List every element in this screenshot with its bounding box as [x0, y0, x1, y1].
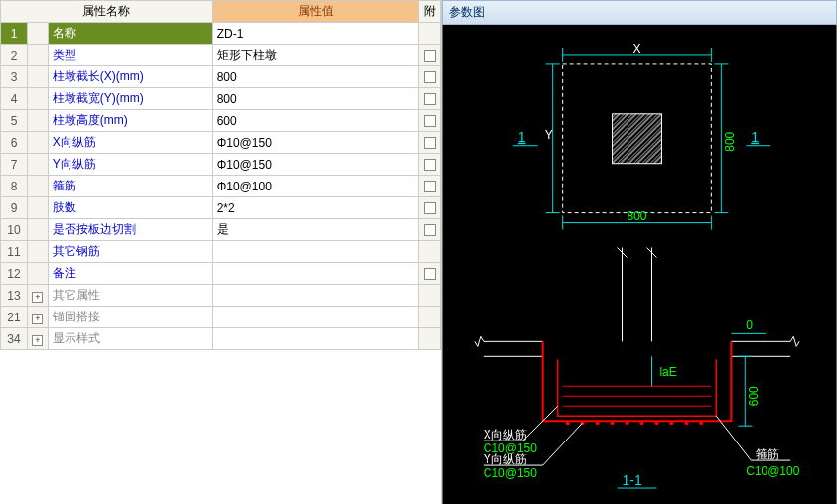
- expand-cell: [27, 66, 48, 88]
- diagram-panel: 参数图 X 800 Y 800 1: [442, 0, 837, 504]
- prop-name[interactable]: 柱墩截宽(Y)(mm): [48, 88, 212, 110]
- attach-cell[interactable]: [419, 45, 441, 66]
- attach-cell[interactable]: [419, 154, 441, 176]
- prop-value[interactable]: 800: [212, 66, 418, 88]
- prop-name[interactable]: 其它属性: [48, 285, 212, 307]
- expand-cell: [27, 219, 48, 241]
- prop-value[interactable]: [212, 241, 418, 263]
- header-name: 属性名称: [1, 1, 213, 23]
- prop-value[interactable]: 是: [212, 219, 418, 241]
- checkbox-icon[interactable]: [424, 115, 436, 127]
- row-number: 3: [1, 66, 28, 88]
- property-panel: 属性名称 属性值 附 1名称ZD-12类型矩形下柱墩3柱墩截长(X)(mm)80…: [0, 0, 442, 504]
- svg-text:1: 1: [751, 129, 759, 145]
- attach-cell[interactable]: [419, 176, 441, 197]
- table-group-row[interactable]: 34+显示样式: [1, 328, 441, 350]
- attach-cell[interactable]: [419, 219, 441, 241]
- prop-name[interactable]: X向纵筋: [48, 132, 212, 154]
- attach-cell[interactable]: [419, 197, 441, 219]
- attach-cell[interactable]: [419, 132, 441, 154]
- checkbox-icon[interactable]: [424, 50, 436, 62]
- prop-value: [212, 285, 418, 307]
- prop-name[interactable]: 显示样式: [48, 328, 212, 350]
- table-row[interactable]: 6X向纵筋Φ10@150: [1, 132, 441, 154]
- plus-icon[interactable]: +: [32, 292, 43, 303]
- prop-value[interactable]: 600: [212, 110, 418, 132]
- svg-text:1: 1: [518, 129, 526, 145]
- expand-cell: [27, 88, 48, 110]
- expand-cell: [27, 132, 48, 154]
- attach-cell[interactable]: [419, 23, 441, 45]
- checkbox-icon[interactable]: [424, 202, 436, 214]
- prop-value[interactable]: Φ10@100: [212, 176, 418, 197]
- prop-value[interactable]: ZD-1: [212, 23, 418, 45]
- table-row[interactable]: 11其它钢筋: [1, 241, 441, 263]
- prop-name[interactable]: 是否按板边切割: [48, 219, 212, 241]
- prop-name[interactable]: 肢数: [48, 197, 212, 219]
- svg-text:800: 800: [723, 131, 737, 151]
- table-group-row[interactable]: 21+锚固搭接: [1, 307, 441, 328]
- svg-point-38: [566, 421, 570, 425]
- expand-toggle[interactable]: +: [27, 328, 48, 350]
- diagram-drawing: X 800 Y 800 1 1 0: [442, 25, 837, 504]
- svg-point-45: [669, 421, 673, 425]
- attach-cell[interactable]: [419, 110, 441, 132]
- prop-name[interactable]: 柱墩截长(X)(mm): [48, 66, 212, 88]
- prop-value[interactable]: Φ10@150: [212, 132, 418, 154]
- table-row[interactable]: 9肢数2*2: [1, 197, 441, 219]
- prop-name[interactable]: 名称: [48, 23, 212, 45]
- attach-cell[interactable]: [419, 88, 441, 110]
- prop-name[interactable]: 锚固搭接: [48, 307, 212, 328]
- svg-line-62: [716, 416, 751, 460]
- checkbox-icon[interactable]: [424, 93, 436, 105]
- table-row[interactable]: 2类型矩形下柱墩: [1, 45, 441, 66]
- expand-cell: [27, 263, 48, 285]
- attach-cell[interactable]: [419, 241, 441, 263]
- svg-text:0: 0: [746, 318, 753, 332]
- attach-cell[interactable]: [419, 263, 441, 285]
- prop-value[interactable]: 矩形下柱墩: [212, 45, 418, 66]
- prop-name[interactable]: 类型: [48, 45, 212, 66]
- table-row[interactable]: 8箍筋Φ10@100: [1, 176, 441, 197]
- table-row[interactable]: 12备注: [1, 263, 441, 285]
- checkbox-icon[interactable]: [424, 159, 436, 171]
- svg-point-46: [684, 421, 688, 425]
- plus-icon[interactable]: +: [32, 314, 43, 324]
- checkbox-icon[interactable]: [424, 268, 436, 280]
- prop-name[interactable]: 其它钢筋: [48, 241, 212, 263]
- prop-name[interactable]: Y向纵筋: [48, 154, 212, 176]
- checkbox-icon[interactable]: [424, 181, 436, 192]
- table-row[interactable]: 1名称ZD-1: [1, 23, 441, 45]
- checkbox-icon[interactable]: [424, 224, 436, 236]
- svg-text:600: 600: [747, 386, 761, 406]
- prop-value[interactable]: 800: [212, 88, 418, 110]
- expand-toggle[interactable]: +: [27, 307, 48, 328]
- plus-icon[interactable]: +: [32, 335, 43, 346]
- prop-name[interactable]: 柱墩高度(mm): [48, 110, 212, 132]
- table-row[interactable]: 5柱墩高度(mm)600: [1, 110, 441, 132]
- svg-point-44: [654, 421, 658, 425]
- svg-text:800: 800: [628, 209, 647, 223]
- expand-toggle[interactable]: +: [27, 285, 48, 307]
- prop-value[interactable]: Φ10@150: [212, 154, 418, 176]
- diagram-title: 参数图: [442, 0, 837, 25]
- table-row[interactable]: 7Y向纵筋Φ10@150: [1, 154, 441, 176]
- table-group-row[interactable]: 13+其它属性: [1, 285, 441, 307]
- prop-value[interactable]: 2*2: [212, 197, 418, 219]
- expand-cell: [27, 45, 48, 66]
- table-row[interactable]: 10是否按板边切割是: [1, 219, 441, 241]
- attach-cell[interactable]: [419, 66, 441, 88]
- table-row[interactable]: 3柱墩截长(X)(mm)800: [1, 66, 441, 88]
- checkbox-icon[interactable]: [424, 137, 436, 149]
- svg-point-41: [611, 421, 615, 425]
- prop-name[interactable]: 箍筋: [48, 176, 212, 197]
- property-table: 属性名称 属性值 附 1名称ZD-12类型矩形下柱墩3柱墩截长(X)(mm)80…: [0, 0, 441, 350]
- svg-line-54: [523, 406, 558, 441]
- expand-cell: [27, 197, 48, 219]
- prop-value[interactable]: [212, 263, 418, 285]
- checkbox-icon[interactable]: [424, 71, 436, 83]
- prop-name[interactable]: 备注: [48, 263, 212, 285]
- row-number: 2: [1, 45, 28, 66]
- prop-value: [212, 328, 418, 350]
- table-row[interactable]: 4柱墩截宽(Y)(mm)800: [1, 88, 441, 110]
